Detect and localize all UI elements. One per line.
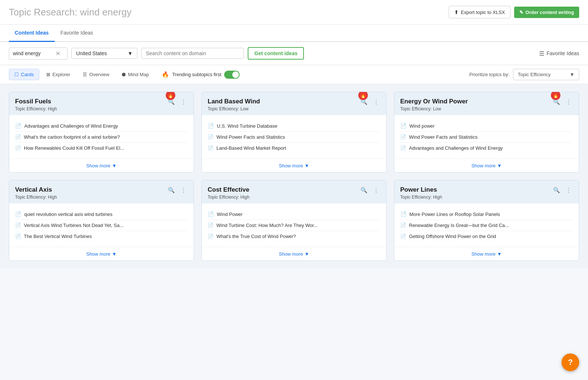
cards-icon: ☐ <box>14 72 19 77</box>
card-list-item: 📄 Wind Power <box>208 209 380 220</box>
chevron-down-icon: ▼ <box>112 163 116 168</box>
get-ideas-button[interactable]: Get content ideas <box>248 47 304 60</box>
item-text: U.S. Wind Turbine Database <box>217 123 277 129</box>
item-text: What's the carbon footprint of a wind tu… <box>24 134 120 140</box>
item-text: Wind Power <box>217 212 243 217</box>
export-button[interactable]: ⬆ Export topic to XLSX <box>449 6 510 18</box>
item-text: Getting Offshore Wind Power on the Grid <box>409 234 496 239</box>
chevron-down-icon: ▼ <box>304 163 309 168</box>
clear-keyword-button[interactable]: ✕ <box>55 50 60 57</box>
blue-page-icon: 📄 <box>15 223 21 228</box>
tab-explorer[interactable]: ⊠ Explorer <box>41 69 76 80</box>
card-vertical-axis: Vertical Axis Topic Efficiency: High 🔍 ⋮… <box>9 180 194 261</box>
domain-search-wrap <box>141 48 244 59</box>
show-more-label: Show more <box>472 163 496 168</box>
item-text: Advantages and Challenges of Wind Energy <box>24 123 118 129</box>
country-selector[interactable]: United States ▼ <box>71 48 137 59</box>
card-title: Cost Effective <box>208 186 359 193</box>
show-more-label: Show more <box>86 251 111 257</box>
show-more-label: Show more <box>86 163 111 168</box>
tab-content-ideas[interactable]: Content Ideas <box>9 25 55 42</box>
blue-page-icon: 📄 <box>208 145 214 151</box>
tab-favorite-ideas[interactable]: Favorite Ideas <box>55 25 99 42</box>
card-list-item: 📄 Advantages and Challenges of Wind Ener… <box>400 143 573 153</box>
card-footer: Show more ▼ <box>9 159 194 172</box>
item-text: More Power Lines or Rooftop Solar Panels <box>409 212 500 217</box>
card-body: 📄 Advantages and Challenges of Wind Ener… <box>9 115 194 159</box>
show-more-button[interactable]: Show more ▼ <box>472 251 502 257</box>
card-menu-button[interactable]: ⋮ <box>564 186 573 194</box>
blue-page-icon: 📄 <box>400 145 406 151</box>
card-title: Fossil Fuels <box>15 98 166 105</box>
card-list-item: 📄 Wind Turbine Cost: How Much? Are They … <box>208 220 380 231</box>
card-actions: 🔍 ⋮ <box>359 186 380 194</box>
green-page-icon: 📄 <box>15 123 21 129</box>
card-list-item: 📄 Vertical Axis Wind Turbines Not Dead Y… <box>15 220 188 231</box>
card-efficiency: Topic Efficiency: High <box>400 195 552 200</box>
show-more-label: Show more <box>279 163 303 168</box>
card-menu-button[interactable]: ⋮ <box>372 98 380 106</box>
main-tabs: Content Ideas Favorite Ideas <box>0 25 588 42</box>
card-menu-button[interactable]: ⋮ <box>372 186 380 194</box>
card-list-item: 📄 Wind Power Facts and Statistics <box>208 132 380 143</box>
show-more-button[interactable]: Show more ▼ <box>472 163 502 168</box>
card-body: 📄 Wind power 📄 Wind Power Facts and Stat… <box>394 115 579 159</box>
chevron-down-icon: ▼ <box>497 251 502 257</box>
item-text: Renewable Energy Is Great—but the Grid C… <box>409 223 509 228</box>
card-title: Vertical Axis <box>15 186 166 193</box>
page-title: Topic Research: wind energy <box>9 7 132 18</box>
card-list-item: 📄 Advantages and Challenges of Wind Ener… <box>15 120 188 132</box>
keyword-input[interactable] <box>13 50 53 56</box>
item-text: Wind Turbine Cost: How Much? Are They Wo… <box>216 223 318 228</box>
show-more-button[interactable]: Show more ▼ <box>86 251 117 257</box>
title-dynamic: wind energy <box>80 7 132 18</box>
favorite-ideas-link[interactable]: ☰ Favorite Ideas <box>539 50 579 57</box>
chevron-down-icon: ▼ <box>112 251 116 257</box>
tab-overview[interactable]: ☰ Overview <box>77 69 115 80</box>
card-list-item: 📄 What's the carbon footprint of a wind … <box>15 132 188 143</box>
item-text: Advantages and Challenges of Wind Energy <box>409 145 503 151</box>
fire-icon: 🔥 <box>162 71 169 78</box>
trending-toggle-switch[interactable] <box>224 71 240 79</box>
card-title-block: Vertical Axis Topic Efficiency: High <box>15 186 166 200</box>
card-footer: Show more ▼ <box>202 159 386 172</box>
card-land-based-wind: 🔥 Land Based Wind Topic Efficiency: Low … <box>201 92 387 173</box>
top-bar: Topic Research: wind energy ⬆ Export top… <box>0 0 588 25</box>
card-title: Land Based Wind <box>208 98 359 105</box>
item-text: How Renewables Could Kill Off Fossil Fue… <box>24 145 124 151</box>
list-icon: ☰ <box>539 50 544 57</box>
tab-cards[interactable]: ☐ Cards <box>9 69 39 80</box>
fav-ideas-label: Favorite Ideas <box>546 50 579 56</box>
card-title-block: Power Lines Topic Efficiency: High <box>400 186 552 200</box>
blue-page-icon: 📄 <box>15 145 21 151</box>
blue-page-icon: 📄 <box>400 134 406 140</box>
card-efficiency: Topic Efficiency: High <box>208 195 359 200</box>
show-more-button[interactable]: Show more ▼ <box>279 163 309 168</box>
keyword-search-wrap: ✕ <box>9 47 68 60</box>
domain-input[interactable] <box>146 50 239 56</box>
order-label: Order content writing <box>526 10 574 15</box>
card-menu-button[interactable]: ⋮ <box>179 98 188 106</box>
card-fossil-fuels: 🔥 Fossil Fuels Topic Efficiency: High 🔍 … <box>9 92 194 173</box>
blue-page-icon: 📄 <box>208 134 214 140</box>
card-list-item: 📄 Renewable Energy Is Great—but the Grid… <box>400 220 573 231</box>
card-search-button[interactable]: 🔍 <box>359 186 369 194</box>
view-controls: ☐ Cards ⊠ Explorer ☰ Overview ⬢ Mind Map… <box>0 65 588 84</box>
card-list-item: 📄 Land-Based Wind Market Report <box>208 143 380 153</box>
card-search-button[interactable]: 🔍 <box>552 186 562 194</box>
topic-efficiency-selector[interactable]: Topic Efficiency ▼ <box>513 69 579 80</box>
blue-page-icon: 📄 <box>208 223 214 228</box>
card-title-block: Energy Or Wind Power Topic Efficiency: L… <box>400 98 552 111</box>
export-icon: ⬆ <box>454 9 459 15</box>
card-header: Power Lines Topic Efficiency: High 🔍 ⋮ <box>394 180 579 203</box>
card-footer: Show more ▼ <box>394 247 579 260</box>
card-search-button[interactable]: 🔍 <box>166 186 176 194</box>
order-writing-button[interactable]: ✎ Order content writing <box>514 7 579 18</box>
show-more-button[interactable]: Show more ▼ <box>279 251 309 257</box>
card-menu-button[interactable]: ⋮ <box>179 186 188 194</box>
tab-mindmap[interactable]: ⬢ Mind Map <box>116 69 154 80</box>
title-static: Topic Research: <box>9 7 77 18</box>
card-menu-button[interactable]: ⋮ <box>564 98 573 106</box>
card-title: Energy Or Wind Power <box>400 98 552 105</box>
show-more-button[interactable]: Show more ▼ <box>86 163 117 168</box>
